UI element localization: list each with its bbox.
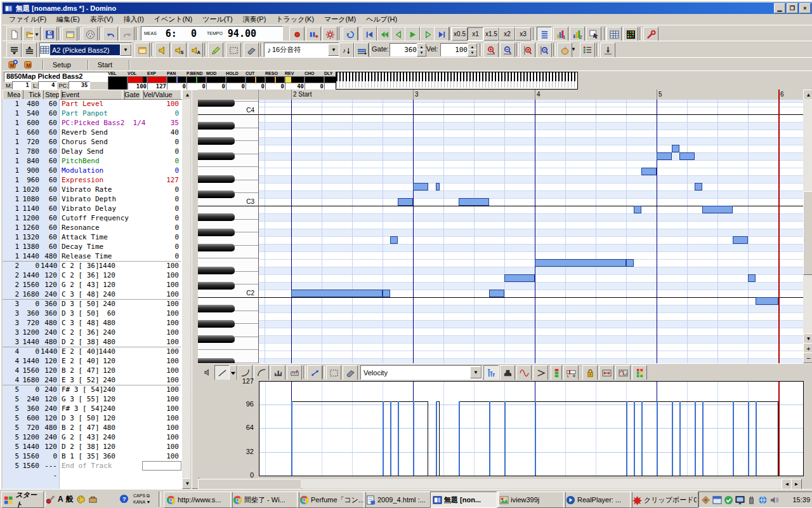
event-row[interactable]: 178060Delay Send0 <box>3 147 181 156</box>
menu-mark[interactable]: マーク(M) <box>319 14 361 25</box>
rewind-button[interactable] <box>377 27 392 42</box>
velocity-bar[interactable] <box>634 401 635 476</box>
menu-event[interactable]: イベント(N) <box>149 14 197 25</box>
black-key[interactable] <box>198 305 235 312</box>
preview-sound-button[interactable] <box>200 365 214 379</box>
note[interactable] <box>626 259 634 267</box>
velocity-bar[interactable] <box>679 401 681 476</box>
event-color-button[interactable] <box>580 43 595 58</box>
next-track-button[interactable] <box>22 43 37 58</box>
ime-help[interactable]: ? <box>119 494 129 504</box>
event-row[interactable]: 201440C 2 [ 36]1440100 <box>3 261 181 271</box>
note[interactable] <box>756 297 778 305</box>
gate-input[interactable]: 360 <box>390 43 419 57</box>
menu-view[interactable]: 表示(V) <box>85 14 119 25</box>
marker-button[interactable]: M <box>21 58 35 72</box>
zoom-level-x3[interactable]: x3 <box>515 27 531 41</box>
record-button[interactable] <box>289 27 304 42</box>
velocity-bar[interactable] <box>641 401 643 476</box>
undo-button[interactable] <box>103 27 118 42</box>
event-row[interactable]: 172060Chorus Send0 <box>3 137 181 147</box>
crescendo-display-button[interactable] <box>533 365 548 380</box>
lock-button[interactable] <box>582 365 598 380</box>
event-row[interactable]: 1102060Vibrato Rate0 <box>3 185 181 194</box>
note[interactable] <box>459 198 489 206</box>
black-key[interactable] <box>198 282 235 290</box>
note[interactable] <box>504 274 535 282</box>
sine-display-button[interactable] <box>516 365 532 380</box>
settings-wrench-button[interactable] <box>643 27 658 42</box>
event-row[interactable]: 3720480C 3 [ 48]480100 <box>3 318 181 328</box>
task-button[interactable]: http://www.s... <box>164 491 233 508</box>
velocity-bar[interactable] <box>398 401 399 476</box>
event-row[interactable]: 41680240E 3 [ 52]240100 <box>3 375 181 385</box>
velocity-plot[interactable] <box>259 380 803 478</box>
velocity-bar[interactable] <box>535 401 536 476</box>
note[interactable] <box>695 183 702 190</box>
black-key[interactable] <box>198 320 235 328</box>
event-row[interactable]: 51200240G 2 [ 43]240100 <box>3 432 181 442</box>
ime-tools-icon[interactable] <box>88 495 98 504</box>
black-key[interactable] <box>198 152 235 160</box>
wave-range-button[interactable] <box>615 365 631 380</box>
note-stretch-button[interactable] <box>354 43 369 58</box>
menu-tool[interactable]: ツール(T) <box>197 14 238 25</box>
event-row[interactable]: 1138060Decay Time0 <box>3 242 181 251</box>
measure-ruler[interactable]: 2 Start3456 <box>198 90 803 100</box>
ime-pen-icon[interactable] <box>46 495 55 504</box>
note-length-selector[interactable]: ♪ 16分音符▼ <box>264 43 340 57</box>
zoom-level-x2[interactable]: x2 <box>499 27 515 41</box>
hscroll-right[interactable]: ► <box>791 479 802 490</box>
add-marker-button[interactable]: M <box>6 58 20 72</box>
note[interactable] <box>748 274 756 282</box>
ime-palette-icon[interactable] <box>76 495 86 504</box>
black-key[interactable] <box>198 190 235 198</box>
black-key[interactable] <box>198 213 235 221</box>
column-header-event[interactable]: Event <box>59 90 125 100</box>
note[interactable] <box>413 183 428 190</box>
note-length-dropdown[interactable]: ▼ <box>328 44 339 56</box>
zoom-out-h-button[interactable] <box>500 43 515 58</box>
track-properties-button[interactable] <box>134 43 150 58</box>
event-row[interactable]: 1114060Vibrato Delay0 <box>3 204 181 213</box>
event-row[interactable]: 160060PC:Picked Bass2 1/435 <box>3 118 181 128</box>
anchor-tool-button[interactable] <box>307 365 322 380</box>
minimize-button[interactable]: ▁ <box>774 3 785 13</box>
ime-bar[interactable]: A般 <box>46 492 115 506</box>
event-row[interactable]: 21560120G 2 [ 43]120100 <box>3 280 181 290</box>
song-properties-button[interactable] <box>62 27 77 42</box>
black-key[interactable] <box>198 175 235 183</box>
velocity-bar[interactable] <box>504 401 506 476</box>
select-tool-button[interactable] <box>226 43 241 58</box>
title-bar[interactable]: 無題 [noname.dms *] - Domino▁❐× <box>3 3 812 14</box>
piano-keyboard[interactable]: C4C3C2 <box>198 100 259 363</box>
note[interactable] <box>436 183 440 190</box>
open-dropdown[interactable]: ▼ <box>33 27 41 42</box>
event-row[interactable]: 196060Expression127 <box>3 175 181 185</box>
track-selector-dropdown[interactable]: ▼ <box>120 44 131 56</box>
black-key[interactable] <box>198 137 235 145</box>
note[interactable] <box>390 236 398 244</box>
event-row[interactable]: 41440120E 2 [ 40]120100 <box>3 356 181 366</box>
controller-param-selector[interactable]: Velocity▼ <box>360 365 482 380</box>
velocity-canvas[interactable] <box>259 381 804 476</box>
play-button[interactable] <box>405 27 420 42</box>
note[interactable] <box>679 152 695 160</box>
press-display-button[interactable] <box>500 365 515 380</box>
velocity-bar[interactable] <box>702 401 704 476</box>
velocity-bar[interactable] <box>383 401 384 476</box>
roll-zoom-out[interactable]: − <box>803 352 812 363</box>
task-button[interactable]: Perfume「コン... <box>297 491 366 508</box>
pianoroll-grid[interactable] <box>259 100 803 363</box>
velocity-bar[interactable] <box>672 401 673 476</box>
track-selector[interactable]: A2 (Picked Bass2)▼ <box>39 43 132 57</box>
step-forward-button[interactable] <box>420 27 435 42</box>
meter-button[interactable] <box>551 365 562 380</box>
note[interactable] <box>672 145 679 152</box>
redo-button[interactable] <box>119 27 134 42</box>
pianoroll-vertical-scrollbar[interactable]: ▲▼+− <box>803 90 812 363</box>
event-row[interactable]: 184060PitchBend0 <box>3 156 181 166</box>
close-button[interactable]: × <box>799 3 811 13</box>
note[interactable] <box>291 290 383 297</box>
task-button[interactable]: 間柴了 - Wi... <box>230 491 299 508</box>
